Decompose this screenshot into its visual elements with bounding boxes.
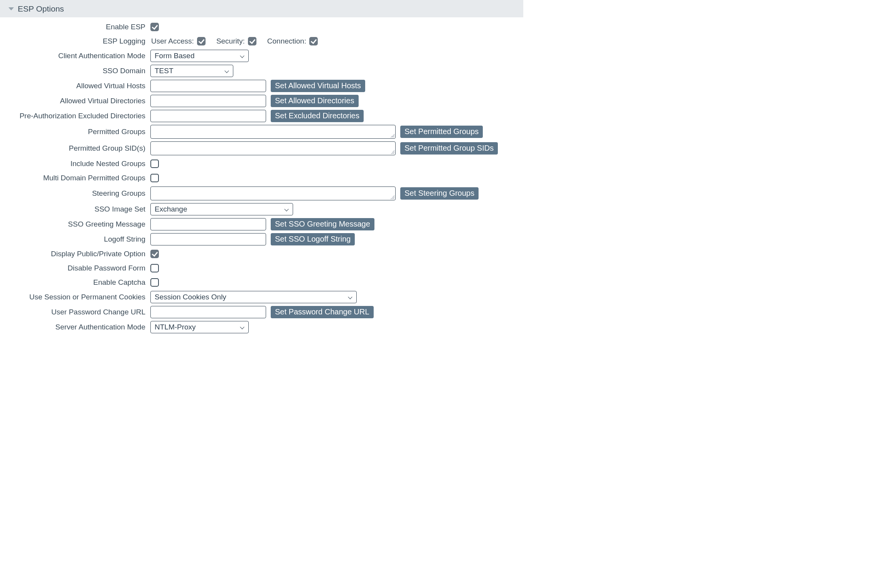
enable-esp-checkbox[interactable]: [150, 23, 159, 31]
sso-domain-select[interactable]: TEST: [150, 65, 233, 77]
server-auth-mode-select[interactable]: NTLM-Proxy: [150, 321, 249, 333]
chevron-down-icon: [224, 68, 229, 73]
chevron-down-icon: [348, 294, 352, 299]
client-auth-mode-select[interactable]: Form Based: [150, 50, 249, 62]
set-preauth-excl-button[interactable]: Set Excluded Directories: [271, 110, 364, 122]
display-ppo-checkbox[interactable]: [150, 250, 159, 258]
logoff-string-label: Logoff String: [0, 235, 150, 244]
sso-image-set-select[interactable]: Exchange: [150, 203, 293, 215]
set-allowed-vhosts-button[interactable]: Set Allowed Virtual Hosts: [271, 80, 365, 92]
perm-group-sids-textarea[interactable]: [150, 141, 396, 155]
preauth-excl-label: Pre-Authorization Excluded Directories: [0, 112, 150, 120]
sso-domain-label: SSO Domain: [0, 67, 150, 75]
security-checkbox[interactable]: [248, 37, 256, 45]
pwd-change-url-label: User Password Change URL: [0, 308, 150, 316]
sso-domain-value: TEST: [155, 67, 174, 75]
set-perm-groups-button[interactable]: Set Permitted Groups: [400, 126, 483, 138]
steering-groups-label: Steering Groups: [0, 189, 150, 198]
multidomain-pg-checkbox[interactable]: [150, 174, 159, 182]
set-steering-groups-button[interactable]: Set Steering Groups: [400, 187, 479, 200]
pwd-change-url-input[interactable]: [150, 306, 266, 318]
perm-group-sids-label: Permitted Group SID(s): [0, 144, 150, 153]
esp-options-panel: ESP Options Enable ESP ESP Logging User …: [0, 0, 523, 333]
security-label: Security:: [216, 37, 245, 45]
set-logoff-string-button[interactable]: Set SSO Logoff String: [271, 233, 355, 245]
server-auth-mode-value: NTLM-Proxy: [155, 323, 196, 331]
panel-title: ESP Options: [18, 4, 64, 13]
connection-checkbox[interactable]: [309, 37, 318, 45]
perm-groups-textarea[interactable]: [150, 125, 396, 139]
enable-captcha-checkbox[interactable]: [150, 278, 159, 287]
preauth-excl-input[interactable]: [150, 110, 266, 122]
panel-header[interactable]: ESP Options: [0, 0, 523, 17]
client-auth-mode-label: Client Authentication Mode: [0, 52, 150, 60]
set-allowed-vdirs-button[interactable]: Set Allowed Directories: [271, 95, 359, 107]
cookies-label: Use Session or Permanent Cookies: [0, 293, 150, 301]
user-access-label: User Access:: [151, 37, 194, 45]
chevron-down-icon: [240, 324, 244, 329]
sso-greeting-input[interactable]: [150, 218, 266, 230]
enable-captcha-label: Enable Captcha: [0, 278, 150, 287]
server-auth-mode-label: Server Authentication Mode: [0, 323, 150, 331]
set-perm-group-sids-button[interactable]: Set Permitted Group SIDs: [400, 142, 498, 155]
multidomain-pg-label: Multi Domain Permitted Groups: [0, 174, 150, 182]
cookies-select[interactable]: Session Cookies Only: [150, 291, 357, 303]
disable-pwd-form-checkbox[interactable]: [150, 264, 159, 272]
allowed-vhosts-input[interactable]: [150, 80, 266, 92]
allowed-vhosts-label: Allowed Virtual Hosts: [0, 82, 150, 90]
chevron-down-icon: [8, 7, 14, 10]
disable-pwd-form-label: Disable Password Form: [0, 264, 150, 272]
enable-esp-label: Enable ESP: [0, 23, 150, 31]
set-sso-greeting-button[interactable]: Set SSO Greeting Message: [271, 218, 374, 230]
user-access-checkbox[interactable]: [197, 37, 206, 45]
steering-groups-textarea[interactable]: [150, 186, 396, 200]
esp-logging-label: ESP Logging: [0, 37, 150, 45]
allowed-vdirs-input[interactable]: [150, 95, 266, 107]
chevron-down-icon: [284, 207, 289, 211]
connection-label: Connection:: [267, 37, 306, 45]
include-nested-checkbox[interactable]: [150, 160, 159, 168]
sso-image-set-label: SSO Image Set: [0, 205, 150, 213]
perm-groups-label: Permitted Groups: [0, 128, 150, 136]
include-nested-label: Include Nested Groups: [0, 160, 150, 168]
logoff-string-input[interactable]: [150, 233, 266, 245]
set-pwd-change-url-button[interactable]: Set Password Change URL: [271, 306, 374, 318]
sso-greeting-label: SSO Greeting Message: [0, 220, 150, 228]
sso-image-set-value: Exchange: [155, 205, 187, 213]
display-ppo-label: Display Public/Private Option: [0, 250, 150, 258]
cookies-value: Session Cookies Only: [155, 293, 226, 301]
chevron-down-icon: [240, 53, 244, 58]
allowed-vdirs-label: Allowed Virtual Directories: [0, 97, 150, 105]
client-auth-mode-value: Form Based: [155, 52, 194, 60]
